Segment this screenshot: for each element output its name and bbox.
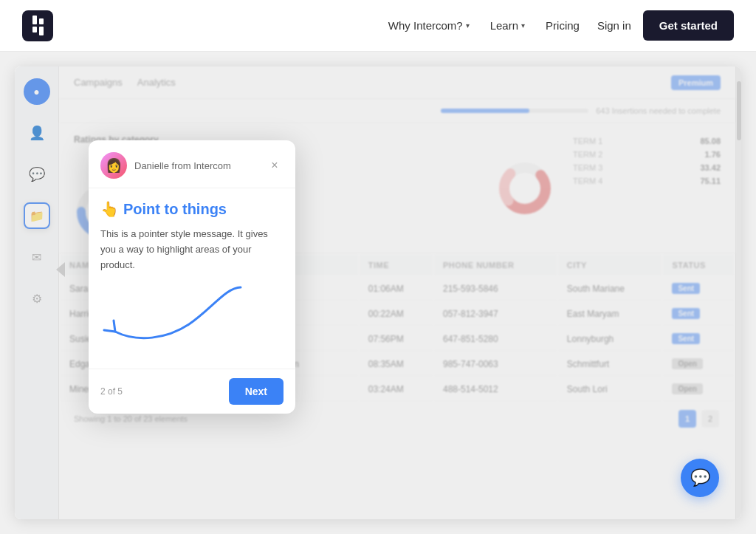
nav-learn[interactable]: Learn ▾ — [490, 19, 525, 32]
chat-bubble[interactable]: 💬 — [681, 459, 719, 497]
nav-links: Why Intercom? ▾ Learn ▾ Pricing — [388, 19, 580, 32]
modal-body-text: This is a pointer style message. It give… — [100, 227, 284, 273]
logo-icon — [22, 10, 53, 41]
modal-body: 👆Point to things This is a pointer style… — [89, 188, 295, 369]
modal-title: 👆Point to things — [100, 200, 284, 218]
chevron-down-icon: ▾ — [521, 21, 525, 30]
modal-header: 👩 Danielle from Intercom × — [89, 140, 295, 188]
modal-footer: 2 of 5 Next — [89, 369, 295, 414]
pointer-emoji: 👆 — [100, 201, 119, 217]
nav-pricing[interactable]: Pricing — [546, 19, 580, 32]
main-area: ● 👤 💬 📁 ✉ ⚙ Campaigns Analytics Premium … — [0, 52, 756, 534]
app-window: ● 👤 💬 📁 ✉ ⚙ Campaigns Analytics Premium … — [15, 66, 741, 519]
next-button[interactable]: Next — [229, 378, 284, 405]
navbar: Why Intercom? ▾ Learn ▾ Pricing Sign in … — [0, 0, 756, 52]
nav-why-intercom[interactable]: Why Intercom? ▾ — [388, 19, 470, 32]
modal-popup: 👩 Danielle from Intercom × 👆Point to thi… — [89, 140, 295, 414]
avatar: 👩 — [100, 152, 127, 179]
arrow-drawing — [93, 280, 270, 354]
step-indicator: 2 of 5 — [100, 386, 123, 397]
modal-from: Danielle from Intercom — [134, 160, 258, 171]
logo[interactable] — [22, 10, 53, 41]
chat-icon: 💬 — [690, 468, 710, 487]
close-icon[interactable]: × — [266, 157, 284, 174]
get-started-button[interactable]: Get started — [643, 10, 734, 41]
chevron-down-icon: ▾ — [466, 21, 470, 30]
signin-link[interactable]: Sign in — [597, 19, 631, 32]
